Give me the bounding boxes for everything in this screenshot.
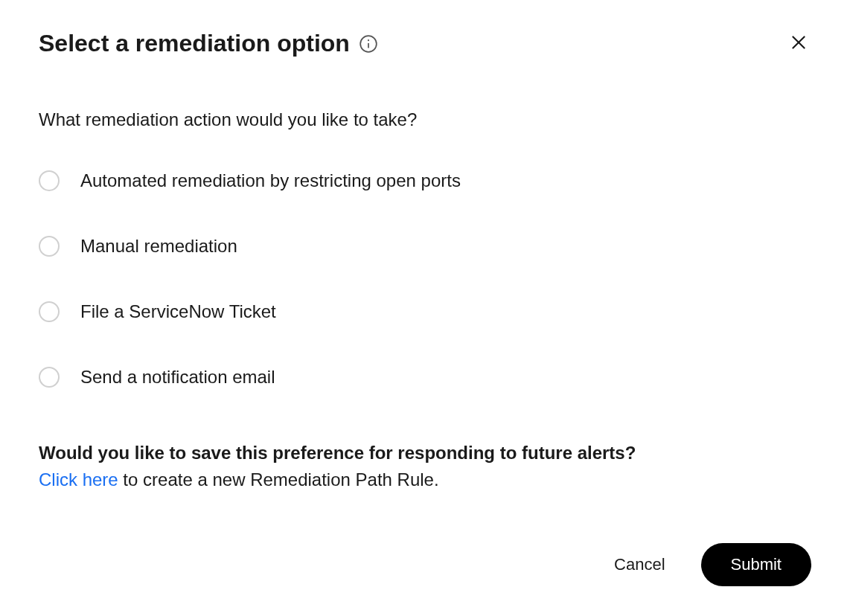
- radio-label: Automated remediation by restricting ope…: [80, 170, 461, 191]
- modal-header: Select a remediation option: [39, 30, 811, 57]
- remediation-options: Automated remediation by restricting ope…: [39, 170, 811, 388]
- radio-label: Manual remediation: [80, 236, 237, 257]
- radio-circle-icon: [39, 236, 60, 257]
- remediation-question: What remediation action would you like t…: [39, 109, 811, 130]
- save-preference-text: Click here to create a new Remediation P…: [39, 469, 811, 490]
- remediation-modal: Select a remediation option What remedia…: [0, 0, 850, 616]
- radio-option-manual[interactable]: Manual remediation: [39, 236, 811, 257]
- close-button[interactable]: [786, 30, 811, 57]
- radio-option-servicenow[interactable]: File a ServiceNow Ticket: [39, 301, 811, 322]
- cancel-button[interactable]: Cancel: [608, 546, 671, 583]
- save-preference-suffix: to create a new Remediation Path Rule.: [118, 469, 439, 490]
- radio-option-automated[interactable]: Automated remediation by restricting ope…: [39, 170, 811, 191]
- svg-point-1: [368, 39, 369, 41]
- radio-option-email[interactable]: Send a notification email: [39, 367, 811, 388]
- radio-circle-icon: [39, 367, 60, 388]
- submit-button[interactable]: Submit: [701, 543, 811, 586]
- radio-circle-icon: [39, 301, 60, 322]
- radio-circle-icon: [39, 170, 60, 191]
- radio-label: Send a notification email: [80, 367, 275, 388]
- radio-label: File a ServiceNow Ticket: [80, 301, 276, 322]
- modal-footer: Cancel Submit: [39, 543, 811, 586]
- save-preference-title: Would you like to save this preference f…: [39, 443, 811, 463]
- modal-title: Select a remediation option: [39, 30, 350, 57]
- close-icon: [789, 33, 808, 54]
- modal-title-wrap: Select a remediation option: [39, 30, 378, 57]
- save-preference-section: Would you like to save this preference f…: [39, 443, 811, 490]
- click-here-link[interactable]: Click here: [39, 469, 118, 490]
- info-icon[interactable]: [359, 34, 378, 54]
